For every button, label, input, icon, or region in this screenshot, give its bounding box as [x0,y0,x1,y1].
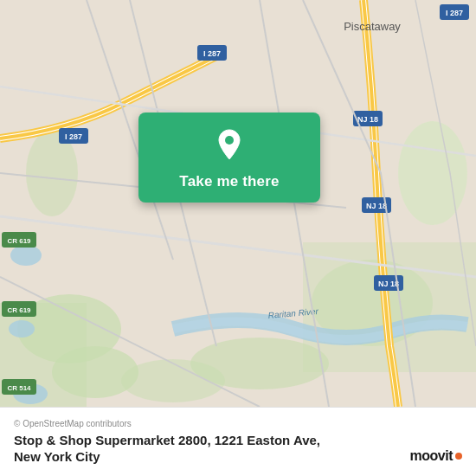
svg-text:Piscataway: Piscataway [344,20,401,33]
svg-text:NJ 18: NJ 18 [378,280,399,288]
osm-attribution: © OpenStreetMap contributors [14,419,462,428]
store-name-line1: Stop & Shop Supermarket 2800, 1221 Easto… [14,433,320,447]
svg-text:CR 619: CR 619 [7,306,31,314]
moovit-dot-icon [455,453,462,460]
moovit-logo: moovit [410,448,462,464]
svg-text:CR 619: CR 619 [7,237,31,245]
svg-text:I 287: I 287 [65,132,82,141]
store-name-line2: New York City [14,449,100,464]
moovit-text: moovit [410,448,453,464]
map-container: I 287 I 287 NJ 18 NJ 18 NJ 18 CR 619 CR … [0,0,476,407]
location-card[interactable]: Take me there [138,113,320,203]
footer: © OpenStreetMap contributors Stop & Shop… [0,407,476,476]
location-pin-icon [210,126,248,164]
store-info: Stop & Shop Supermarket 2800, 1221 Easto… [14,432,462,466]
svg-point-8 [398,121,467,225]
svg-text:NJ 18: NJ 18 [357,115,378,124]
svg-point-11 [9,320,35,338]
svg-text:NJ 18: NJ 18 [366,202,387,210]
svg-text:CR 514: CR 514 [7,384,31,392]
svg-point-10 [10,245,42,266]
svg-text:I 287: I 287 [203,49,221,58]
svg-text:I 287: I 287 [446,9,463,17]
take-me-there-button[interactable]: Take me there [179,173,279,190]
svg-point-33 [225,136,234,145]
